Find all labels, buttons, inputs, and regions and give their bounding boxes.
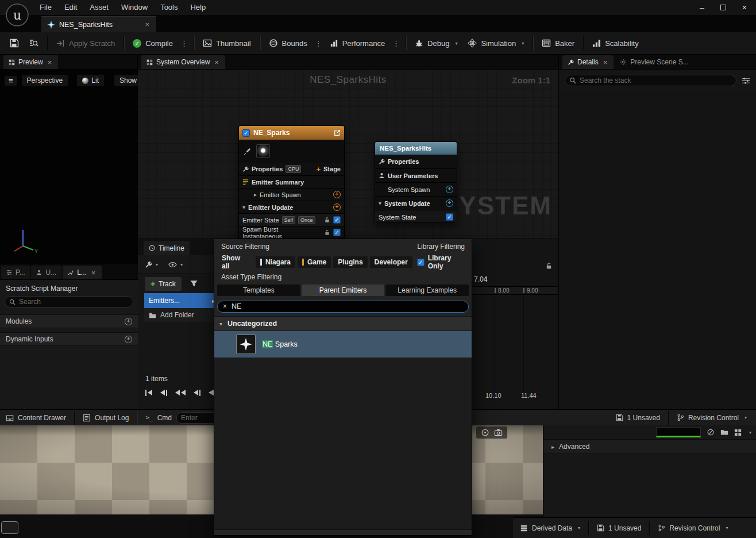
thumbnail-button[interactable]: Thumbnail xyxy=(198,34,256,52)
emitter-result-item[interactable]: NE Sparks xyxy=(214,331,472,358)
camera-icon[interactable] xyxy=(494,428,503,437)
tab-details-close-icon[interactable]: × xyxy=(602,58,609,67)
scratch-search[interactable] xyxy=(5,296,133,308)
timeline-visibility-button[interactable]: ▾ xyxy=(168,260,183,269)
user-parameters-row[interactable]: User Parameters xyxy=(375,168,457,182)
system-node[interactable]: NES_SparksHits Properties User Parameter… xyxy=(375,141,457,223)
perspective-button[interactable]: Perspective xyxy=(22,75,68,86)
tab-system-overview[interactable]: System Overview × xyxy=(141,55,225,69)
emitter-material-thumbnail[interactable] xyxy=(256,144,270,158)
scratch-search-input[interactable] xyxy=(19,298,129,306)
add-stage-label[interactable]: Stage xyxy=(323,166,341,172)
viewport-menu-button[interactable]: ≡ xyxy=(5,76,17,86)
step-back-button[interactable] xyxy=(159,389,169,397)
popup-footer-grip[interactable] xyxy=(214,529,472,535)
tab-local-modules[interactable]: L... × xyxy=(63,266,102,279)
popup-search-input[interactable] xyxy=(232,302,463,310)
fast-reverse-button[interactable] xyxy=(173,389,187,397)
add-system-update-module-icon[interactable]: + xyxy=(446,199,453,207)
content-drawer-button[interactable]: Content Drawer xyxy=(6,414,66,422)
compile-options-kebab-icon[interactable]: ⋮ xyxy=(178,34,190,52)
menu-help[interactable]: Help xyxy=(184,0,212,15)
uncategorized-section-header[interactable]: ▾ Uncategorized xyxy=(214,316,472,331)
target-icon[interactable] xyxy=(481,428,489,437)
menu-asset[interactable]: Asset xyxy=(83,0,115,15)
asset-tab-close-icon[interactable]: × xyxy=(144,20,151,29)
add-stage-plus-icon[interactable]: + xyxy=(316,165,321,174)
stack-search[interactable] xyxy=(565,75,736,86)
emitter-state-checkbox[interactable]: ✓ xyxy=(333,216,341,224)
tab-parameters[interactable]: P... xyxy=(1,266,30,279)
parent-emitters-tab[interactable]: Parent Emitters xyxy=(302,285,385,296)
show-all-filter-button[interactable]: Show all xyxy=(217,256,253,268)
popup-search-box[interactable]: × xyxy=(217,301,469,313)
spawn-burst-checkbox[interactable]: ✓ xyxy=(333,229,341,236)
editor-unsaved-button[interactable]: 1 Unsaved xyxy=(597,524,641,532)
cmd-button[interactable]: >_ Cmd xyxy=(145,414,172,422)
minimize-button[interactable]: – xyxy=(700,3,704,12)
system-state-row[interactable]: System State ✓ xyxy=(375,210,457,223)
clear-search-icon[interactable]: × xyxy=(223,302,227,310)
lock-open-icon[interactable] xyxy=(545,262,553,270)
simulation-button[interactable]: Simulation ▾ xyxy=(462,34,529,52)
learning-examples-tab[interactable]: Learning Examples xyxy=(385,285,469,296)
filter-funnel-icon[interactable] xyxy=(190,279,198,288)
emitters-track-row[interactable]: Emitters... ▸ xyxy=(144,293,219,308)
game-filter-button[interactable]: Game xyxy=(298,256,331,268)
color-swatch[interactable] xyxy=(656,427,701,437)
content-drawer-edge-button[interactable] xyxy=(1,521,18,534)
tab-preview-close-icon[interactable]: × xyxy=(47,58,53,67)
collapsed-caret-icon[interactable]: ▸ xyxy=(254,191,257,198)
add-emitter-update-module-icon[interactable]: + xyxy=(333,203,341,211)
tab-local-modules-close-icon[interactable]: × xyxy=(90,268,97,277)
unsaved-button[interactable]: 1 Unsaved xyxy=(616,414,660,422)
timeline-settings-button[interactable]: ▾ xyxy=(145,261,158,268)
add-system-spawn-module-icon[interactable]: + xyxy=(446,186,453,193)
editor-revision-button[interactable]: Revision Control ▾ xyxy=(658,524,728,532)
browse-folder-icon[interactable] xyxy=(720,428,728,436)
plugins-filter-button[interactable]: Plugins xyxy=(333,256,367,268)
scalability-button[interactable]: Scalability xyxy=(587,34,644,52)
performance-options-kebab-icon[interactable]: ⋮ xyxy=(390,34,402,52)
emitter-state-row[interactable]: Emitter State Self Once ✓ xyxy=(239,213,344,226)
expanded-caret-icon[interactable]: ▾ xyxy=(379,200,381,206)
swatch-chevron-icon[interactable]: ▾ xyxy=(749,430,751,435)
tab-preview-scene-settings[interactable]: Preview Scene S... xyxy=(615,55,693,69)
tab-system-overview-close-icon[interactable]: × xyxy=(213,58,220,67)
popup-results-list[interactable] xyxy=(214,358,472,529)
advanced-row[interactable]: ▸ Advanced xyxy=(543,439,756,454)
jump-to-start-button[interactable] xyxy=(144,389,154,397)
system-state-checkbox[interactable]: ✓ xyxy=(446,213,453,221)
system-node-header[interactable]: NES_SparksHits xyxy=(375,142,457,155)
emitter-spawn-row[interactable]: ▸ Emitter Spawn + xyxy=(239,188,344,201)
bounds-button[interactable]: Bounds xyxy=(264,34,313,52)
library-only-toggle[interactable]: ✓ Library Only xyxy=(417,254,469,270)
dynamic-inputs-row[interactable]: Dynamic Inputs + xyxy=(0,332,138,346)
add-emitter-spawn-module-icon[interactable]: + xyxy=(333,191,341,198)
close-button[interactable]: × xyxy=(742,3,747,12)
templates-tab[interactable]: Templates xyxy=(217,285,300,296)
graph-canvas[interactable]: NES_SparksHits Zoom 1:1 SYSTEM ✓ NE_Spar… xyxy=(138,70,558,239)
bounds-options-kebab-icon[interactable]: ⋮ xyxy=(313,34,325,52)
lit-button[interactable]: Lit xyxy=(77,75,104,86)
emitter-enabled-checkbox[interactable]: ✓ xyxy=(242,129,250,137)
emitter-summary-row[interactable]: Emitter Summary xyxy=(239,175,344,188)
modules-row[interactable]: Modules + xyxy=(0,314,138,328)
output-log-button[interactable]: Output Log xyxy=(83,414,129,422)
debug-button[interactable]: Debug ▾ xyxy=(410,34,462,52)
developer-filter-button[interactable]: Developer xyxy=(370,256,412,268)
add-module-icon[interactable]: + xyxy=(125,318,132,325)
frame-back-button[interactable] xyxy=(192,389,202,397)
add-track-button[interactable]: + Track xyxy=(145,277,182,291)
apply-scratch-button[interactable]: Apply Scratch xyxy=(51,34,120,52)
grid-icon[interactable] xyxy=(734,429,742,436)
eyedropper-icon[interactable] xyxy=(244,148,251,155)
stack-search-input[interactable] xyxy=(580,76,732,84)
menu-tools[interactable]: Tools xyxy=(154,0,184,15)
emitter-update-row[interactable]: ▾ Emitter Update + xyxy=(239,201,344,213)
maximize-button[interactable] xyxy=(720,5,726,10)
open-emitter-icon[interactable] xyxy=(334,129,341,136)
niagara-filter-button[interactable]: Niagara xyxy=(256,256,295,268)
lock-icon[interactable] xyxy=(324,217,330,223)
compile-button[interactable]: ✓ Compile xyxy=(128,34,178,52)
